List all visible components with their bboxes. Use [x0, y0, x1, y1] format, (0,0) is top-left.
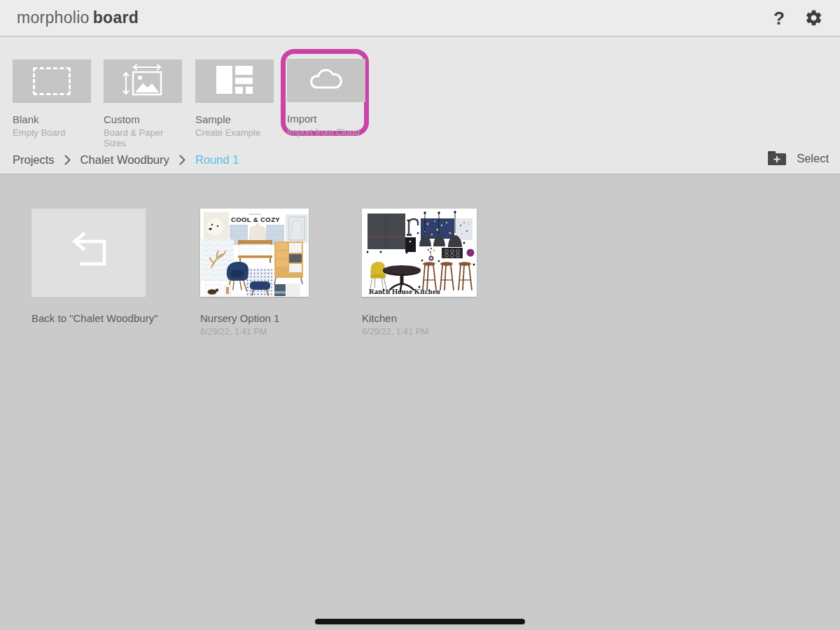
nursery-thumbnail: COOL & COZY: [200, 209, 309, 297]
tile-subtitle: Board & Paper Sizes: [104, 127, 182, 148]
template-tile-sample[interactable]: Sample Create Example: [195, 59, 274, 138]
templates-section: Blank Empty Board: [0, 37, 840, 174]
selection-toolbar: Select: [767, 148, 829, 169]
folder-plus-icon: [767, 150, 787, 167]
logo-secondary: board: [93, 8, 139, 27]
board-date: 6/29/22, 1:41 PM: [362, 327, 428, 337]
template-tile-blank[interactable]: Blank Empty Board: [13, 59, 91, 138]
sample-thumb: [195, 59, 274, 103]
kitchen-board-heading: Ranch House Kitchen: [369, 288, 440, 295]
board-grid: COOL & COZY: [0, 175, 840, 630]
breadcrumb: Projects Chalet Woodbury Round 1: [13, 149, 239, 170]
nursery-board-heading: COOL & COZY: [231, 216, 280, 223]
tile-title: Blank: [13, 113, 91, 125]
tile-title: Sample: [195, 113, 274, 125]
app-logo: morpholioboard: [17, 8, 139, 27]
custom-size-icon: [122, 64, 163, 99]
import-highlight-ring: Import Import from Cloud: [281, 49, 369, 136]
logo-primary: morpholio: [17, 8, 90, 27]
cloud-icon: [306, 66, 346, 95]
blank-thumb: [13, 59, 91, 103]
back-card[interactable]: [31, 209, 146, 297]
board-date: 6/29/22, 1:41 PM: [200, 327, 267, 337]
sample-layout-icon: [216, 66, 253, 97]
settings-gear-icon[interactable]: [804, 8, 823, 27]
home-indicator[interactable]: [315, 619, 525, 624]
tile-subtitle: Create Example: [195, 127, 274, 138]
board-card-nursery[interactable]: COOL & COZY: [200, 209, 309, 297]
header-icons: ?: [774, 8, 823, 27]
tile-title: Custom: [104, 113, 182, 125]
kitchen-thumbnail: Ranch House Kitchen: [362, 209, 477, 297]
back-card-label: Back to "Chalet Woodbury": [31, 312, 158, 324]
dashed-rect-icon: [33, 67, 71, 95]
board-title: Nursery Option 1: [200, 312, 279, 324]
tile-subtitle: Empty Board: [13, 127, 91, 138]
breadcrumb-item-projects[interactable]: Projects: [13, 153, 55, 167]
chevron-right-icon: [179, 155, 186, 165]
add-folder-button[interactable]: [767, 150, 787, 167]
tile-subtitle: Import from Cloud: [287, 127, 364, 137]
tile-title: Import: [287, 113, 364, 125]
back-arrow-icon: [65, 232, 113, 274]
breadcrumb-item-round-1[interactable]: Round 1: [195, 153, 239, 167]
template-tile-custom[interactable]: Custom Board & Paper Sizes: [104, 59, 182, 148]
breadcrumb-item-chalet-woodbury[interactable]: Chalet Woodbury: [80, 153, 169, 167]
help-icon[interactable]: ?: [774, 9, 785, 27]
board-card-kitchen[interactable]: Ranch House Kitchen: [362, 209, 477, 297]
select-button[interactable]: Select: [797, 152, 829, 165]
template-tile-import[interactable]: Import Import from Cloud: [286, 54, 364, 137]
board-title: Kitchen: [362, 312, 397, 324]
app-header: morpholioboard ?: [0, 0, 840, 36]
custom-thumb: [104, 59, 182, 103]
chevron-right-icon: [64, 155, 71, 165]
import-thumb: [287, 59, 365, 102]
